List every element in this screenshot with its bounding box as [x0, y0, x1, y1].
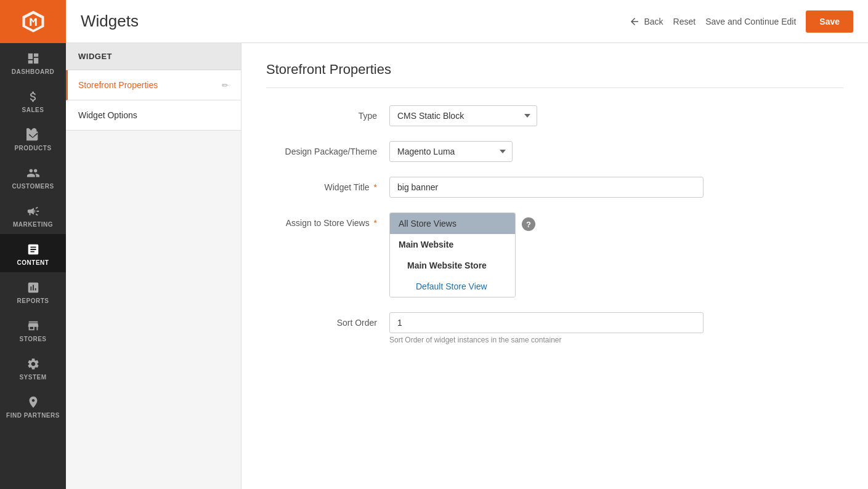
store-views-row: Assign to Store Views * All Store Views … — [266, 212, 843, 297]
customers-icon — [26, 166, 40, 180]
reset-button[interactable]: Reset — [673, 17, 696, 26]
edit-icon: ✏ — [222, 81, 229, 90]
design-select[interactable]: Magento Luma — [389, 141, 513, 162]
sidebar-item-label: CONTENT — [17, 259, 49, 266]
widget-title-input[interactable] — [389, 177, 704, 198]
system-icon — [26, 357, 40, 371]
sidebar-item-label: DASHBOARD — [12, 68, 55, 75]
design-control: Magento Luma — [389, 141, 734, 162]
content-area: WIDGET Storefront Properties ✏ Widget Op… — [66, 43, 868, 489]
sidebar-item-system[interactable]: SYSTEM — [0, 349, 66, 387]
type-control: CMS Static Block — [389, 105, 734, 126]
sidebar-item-label: CUSTOMERS — [12, 183, 54, 190]
sort-order-hint: Sort Order of widget instances in the sa… — [389, 336, 734, 344]
back-button[interactable]: Back — [629, 16, 663, 27]
stores-icon — [26, 319, 40, 333]
store-listbox: All Store Views Main Website Main Websit… — [389, 212, 516, 297]
store-view-all[interactable]: All Store Views — [390, 213, 515, 234]
sidebar-item-label: MARKETING — [13, 221, 53, 228]
section-title: Storefront Properties — [266, 62, 843, 88]
sidebar-item-customers[interactable]: CUSTOMERS — [0, 158, 66, 196]
sidebar-item-sales[interactable]: SALES — [0, 81, 66, 119]
store-views-control: All Store Views Main Website Main Websit… — [389, 212, 535, 297]
products-icon — [26, 128, 40, 142]
page-title: Widgets — [81, 12, 629, 31]
main-wrap: Widgets Back Reset Save and Continue Edi… — [66, 0, 868, 489]
topbar-actions: Back Reset Save and Continue Edit Save — [629, 10, 853, 33]
design-row: Design Package/Theme Magento Luma — [266, 141, 843, 162]
design-label: Design Package/Theme — [266, 141, 389, 158]
save-button[interactable]: Save — [806, 10, 853, 33]
widget-header: WIDGET — [66, 43, 241, 70]
widget-title-control — [389, 177, 734, 198]
type-select[interactable]: CMS Static Block — [389, 105, 537, 126]
marketing-icon — [26, 204, 40, 218]
sidebar-item-label: REPORTS — [17, 297, 49, 304]
widget-title-label: Widget Title * — [266, 177, 389, 194]
topbar: Widgets Back Reset Save and Continue Edi… — [66, 0, 868, 43]
content-icon — [26, 243, 40, 256]
back-arrow-icon — [629, 16, 640, 27]
store-views-help-icon[interactable]: ? — [522, 217, 535, 231]
sidebar-item-stores[interactable]: STORES — [0, 310, 66, 349]
dashboard-icon — [26, 52, 40, 65]
type-row: Type CMS Static Block — [266, 105, 843, 126]
sidebar-item-dashboard[interactable]: DASHBOARD — [0, 43, 66, 81]
widget-title-row: Widget Title * — [266, 177, 843, 198]
sidebar-item-label: SALES — [22, 107, 44, 113]
left-panel: WIDGET Storefront Properties ✏ Widget Op… — [66, 43, 241, 489]
reports-icon — [26, 281, 40, 294]
panel-item-widget-options[interactable]: Widget Options — [66, 100, 241, 131]
sidebar-item-content[interactable]: CONTENT — [0, 234, 66, 272]
sort-order-row: Sort Order Sort Order of widget instance… — [266, 312, 843, 344]
magento-logo-icon — [20, 9, 46, 34]
store-views-required: * — [374, 218, 377, 228]
sidebar-item-marketing[interactable]: MARKETING — [0, 196, 66, 234]
find-partners-icon — [26, 395, 40, 409]
sidebar-item-find-partners[interactable]: FIND PARTNERS — [0, 387, 66, 425]
sidebar-logo[interactable] — [0, 0, 66, 43]
widget-title-required: * — [374, 182, 377, 192]
sidebar-item-label: PRODUCTS — [14, 145, 51, 152]
sort-order-label: Sort Order — [266, 312, 389, 329]
sidebar-item-label: STORES — [20, 336, 47, 342]
store-views-label: Assign to Store Views * — [266, 212, 389, 230]
store-view-default[interactable]: Default Store View — [390, 276, 515, 297]
type-label: Type — [266, 105, 389, 123]
right-panel: Storefront Properties Type CMS Static Bl… — [241, 43, 868, 489]
panel-item-storefront[interactable]: Storefront Properties ✏ — [66, 70, 241, 100]
sidebar-item-reports[interactable]: REPORTS — [0, 272, 66, 310]
sort-order-input[interactable] — [389, 312, 704, 333]
sidebar-item-products[interactable]: PRODUCTS — [0, 119, 66, 158]
sidebar-item-label: FIND PARTNERS — [6, 412, 60, 419]
save-continue-button[interactable]: Save and Continue Edit — [705, 17, 796, 26]
sort-order-control: Sort Order of widget instances in the sa… — [389, 312, 734, 344]
sidebar: DASHBOARD SALES PRODUCTS CUSTOMERS MARKE… — [0, 0, 66, 489]
store-view-main-website-store[interactable]: Main Website Store — [390, 255, 515, 276]
sales-icon — [26, 90, 40, 103]
store-view-main-website[interactable]: Main Website — [390, 234, 515, 255]
sidebar-item-label: SYSTEM — [19, 374, 46, 381]
